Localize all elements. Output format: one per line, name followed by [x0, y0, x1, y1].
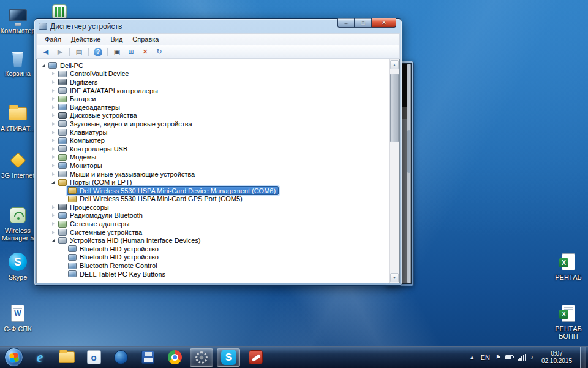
menu-file[interactable]: Файл	[40, 34, 66, 44]
expand-arrow-icon[interactable]	[50, 178, 57, 186]
tree-node-network-adapters[interactable]: Сетевые адаптеры	[37, 220, 389, 228]
expand-arrow-icon[interactable]	[50, 95, 57, 103]
device-manager-taskbar-button[interactable]	[190, 348, 213, 367]
expand-arrow-icon[interactable]	[50, 137, 57, 145]
scroll-up-button[interactable]: ▲	[390, 60, 399, 69]
uninstall-device-button[interactable]: ✕	[139, 47, 151, 58]
properties-button[interactable]: ▣	[111, 47, 123, 58]
scrollbar-track[interactable]	[390, 70, 399, 272]
chrome-button[interactable]	[163, 348, 186, 367]
desktop-icon-doc-spk[interactable]: W С-Ф СПК	[0, 303, 36, 332]
language-indicator[interactable]: EN	[480, 354, 491, 361]
tree-node-modems[interactable]: Модемы	[37, 153, 389, 162]
taskbar-apps: e o S	[28, 348, 267, 367]
volume-icon[interactable]: ♪	[530, 354, 533, 361]
tree-node-system-devices[interactable]: Системные устройства	[37, 228, 389, 237]
desktop-icon-folder-aktivat[interactable]: АКТИВАТ...	[0, 103, 36, 132]
tree-node-ports[interactable]: Порты (COM и LPT)	[37, 178, 389, 186]
battery-icon[interactable]	[505, 355, 513, 359]
hid-device-icon	[68, 270, 77, 277]
tree-node-bluetooth-radios[interactable]: Радиомодули Bluetooth	[37, 212, 389, 220]
show-desktop-button[interactable]	[580, 347, 586, 368]
desktop-icon-computer[interactable]: Компьютер	[0, 5, 36, 34]
title-bar[interactable]: Диспетчер устройств – □ ✕	[36, 19, 400, 33]
tree-node-digitizers[interactable]: Digitizers	[37, 78, 389, 86]
red-app-button[interactable]	[244, 348, 267, 367]
internet-explorer-button[interactable]: e	[28, 348, 51, 367]
scrollbar-thumb[interactable]	[407, 130, 410, 173]
blue-app-button[interactable]	[109, 348, 132, 367]
floppy-app-button[interactable]	[136, 348, 159, 367]
expand-arrow-icon[interactable]	[40, 61, 47, 69]
windows-explorer-button[interactable]	[55, 348, 78, 367]
back-button[interactable]: ◀	[40, 47, 52, 58]
desktop-icon-rentab-bopp[interactable]: X РЕНТАБ БОПП	[551, 303, 586, 340]
tree-node-ide-controllers[interactable]: IDE ATA/ATAPI контроллеры	[37, 86, 389, 95]
desktop-icon-recycle-bin[interactable]: Корзина	[0, 48, 36, 77]
outlook-button[interactable]: o	[82, 348, 105, 367]
scrollbar-thumb[interactable]	[390, 74, 399, 142]
forward-button[interactable]: ▶	[54, 47, 66, 58]
expand-arrow-icon[interactable]	[50, 120, 57, 128]
console-tree-button[interactable]: ▤	[73, 47, 85, 58]
background-window-scrollbar[interactable]	[407, 64, 411, 283]
tree-node-bt-hid-1[interactable]: Bluetooth HID-устройство	[37, 245, 389, 253]
tree-node-com6-selected[interactable]: Dell Wireless 5530 HSPA Mini-Card Device…	[37, 186, 389, 195]
expand-arrow-icon[interactable]	[50, 103, 57, 111]
desktop-icon-skype[interactable]: S Skype	[0, 251, 36, 281]
expand-arrow-icon[interactable]	[50, 237, 57, 245]
tree-node-usb-controllers[interactable]: Контроллеры USB	[37, 145, 389, 153]
expand-arrow-icon[interactable]	[50, 112, 57, 120]
expand-arrow-icon[interactable]	[50, 203, 57, 211]
close-button[interactable]: ✕	[372, 18, 396, 28]
start-button[interactable]	[4, 348, 23, 367]
expand-arrow-icon[interactable]	[50, 228, 57, 236]
expand-arrow-icon[interactable]	[50, 153, 57, 161]
expand-arrow-icon[interactable]	[50, 220, 57, 228]
tree-node-controlvault[interactable]: ControlVault Device	[37, 70, 389, 79]
action-center-icon[interactable]: ⚑	[496, 354, 501, 361]
no-arrow	[59, 195, 67, 203]
help-button[interactable]: ?	[92, 47, 104, 58]
vertical-scrollbar[interactable]: ▲ ▼	[389, 59, 399, 283]
tree-node-keyboards[interactable]: Клавиатуры	[37, 128, 389, 137]
expand-arrow-icon[interactable]	[50, 170, 57, 178]
menu-action[interactable]: Действие	[67, 34, 105, 44]
expand-arrow-icon[interactable]	[50, 212, 57, 220]
tree-node-mice[interactable]: Мыши и иные указывающие устройства	[37, 170, 389, 178]
expand-arrow-icon[interactable]	[50, 78, 57, 86]
hidden-icons-chevron[interactable]: ▲	[469, 354, 475, 361]
scan-hardware-button[interactable]: ⊞	[125, 47, 137, 58]
tree-node-monitors[interactable]: Мониторы	[37, 161, 389, 170]
clock[interactable]: 0:07 02.10.2015	[538, 350, 576, 365]
tree-node-processors[interactable]: Процессоры	[37, 203, 389, 212]
desktop-icon-3g-internet[interactable]: 3G Internet	[0, 150, 36, 179]
expand-arrow-icon[interactable]	[50, 128, 57, 136]
desktop-icon-rentab[interactable]: X РЕНТАБ	[551, 251, 586, 281]
menu-view[interactable]: Вид	[106, 34, 127, 44]
network-signal-icon[interactable]	[518, 354, 526, 361]
skype-taskbar-button[interactable]: S	[217, 348, 240, 367]
expand-arrow-icon[interactable]	[50, 86, 57, 94]
tree-node-bt-remote[interactable]: Bluetooth Remote Control	[37, 261, 389, 270]
maximize-button[interactable]: □	[355, 18, 372, 28]
tree-node-batteries[interactable]: Батареи	[37, 94, 389, 103]
update-driver-button[interactable]: ↻	[153, 47, 165, 58]
expand-arrow-icon[interactable]	[50, 70, 57, 78]
minimize-button[interactable]: –	[337, 18, 355, 28]
menu-help[interactable]: Справка	[128, 34, 163, 44]
tree-node-dell-pc[interactable]: Dell-PC	[37, 61, 389, 70]
tree-node-display-adapters[interactable]: Видеоадаптеры	[37, 103, 389, 112]
tree-node-sound-devices[interactable]: Звуковые, видео и игровые устройства	[37, 120, 389, 128]
tree-node-hid-devices[interactable]: Устройства HID (Human Interface Devices)	[37, 236, 389, 245]
tree-node-computer[interactable]: Компьютер	[37, 136, 389, 145]
tree-node-dell-tablet-keys[interactable]: DELL Tablet PC Key Buttons	[37, 270, 389, 278]
tree-node-bt-hid-2[interactable]: Bluetooth HID-устройство	[37, 253, 389, 262]
scroll-down-button[interactable]: ▼	[390, 273, 399, 282]
toolbar-separator	[107, 48, 108, 56]
expand-arrow-icon[interactable]	[50, 145, 57, 153]
tree-node-disk-drives[interactable]: Дисковые устройства	[37, 112, 389, 120]
tree-node-com5[interactable]: Dell Wireless 5530 HSPA Mini-Card GPS Po…	[37, 195, 389, 204]
expand-arrow-icon[interactable]	[50, 161, 57, 169]
desktop-icon-wireless-manager[interactable]: Wireless Manager 5	[0, 205, 36, 242]
